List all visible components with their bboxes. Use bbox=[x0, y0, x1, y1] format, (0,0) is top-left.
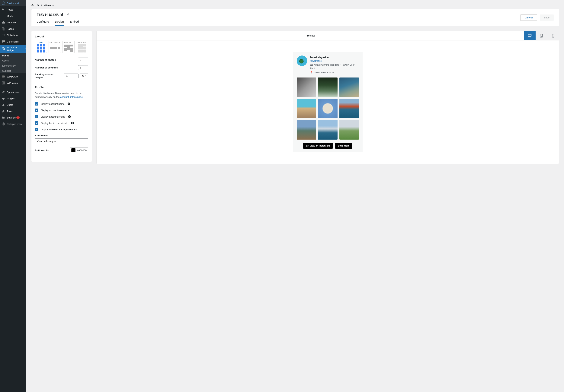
ig-avatar bbox=[297, 55, 307, 66]
instagram-icon bbox=[306, 145, 309, 147]
color-value: #000000 bbox=[77, 149, 87, 152]
svg-point-25 bbox=[3, 118, 4, 119]
sidebar-label: Collapse menu bbox=[7, 123, 23, 125]
num-photos-input[interactable] bbox=[78, 57, 88, 62]
divider bbox=[35, 158, 88, 158]
help-icon[interactable]: ? bbox=[68, 103, 70, 105]
ig-photo[interactable] bbox=[339, 120, 359, 139]
collapse-icon bbox=[1, 122, 5, 126]
sidebar-item-wpzoom[interactable]: WPZWPZOOM bbox=[0, 73, 26, 80]
tab-configure[interactable]: Configure bbox=[37, 20, 49, 26]
layout-option-highlight[interactable]: HIGHLIGHT bbox=[76, 41, 88, 53]
brush-icon bbox=[1, 90, 5, 94]
checkbox[interactable] bbox=[35, 102, 38, 106]
ig-photo[interactable] bbox=[297, 99, 316, 118]
device-tab-desktop[interactable] bbox=[524, 31, 536, 40]
sidebar-sub-license[interactable]: License Key bbox=[0, 63, 26, 68]
check-label: Display account name bbox=[41, 103, 65, 105]
sidebar-item-wpforms[interactable]: WPForms bbox=[0, 80, 26, 86]
profile-heading: Profile bbox=[35, 86, 88, 89]
padding-unit-select[interactable]: px bbox=[80, 74, 88, 78]
num-photos-label: Number of photos bbox=[35, 58, 77, 61]
check-label: Display bio in user details bbox=[41, 122, 68, 124]
sidebar-item-slideshow[interactable]: Slideshow bbox=[0, 32, 26, 38]
layout-option-label: MASONRY bbox=[63, 41, 74, 44]
sidebar-item-collapse[interactable]: Collapse menu bbox=[0, 121, 26, 127]
preview-panel: Preview Travel Magazine @wpztravel ⌨ Awa… bbox=[96, 31, 559, 164]
feed-title: Travel account bbox=[37, 12, 63, 16]
checkbox[interactable] bbox=[35, 115, 38, 118]
instagram-icon bbox=[1, 47, 5, 51]
sidebar-item-pages[interactable]: Pages bbox=[0, 26, 26, 32]
load-more-button[interactable]: Load More bbox=[335, 143, 352, 149]
layout-options: GRID FULL-WIDTH MASONRY HIGHLIGHT bbox=[35, 41, 88, 53]
sidebar-sub-feeds[interactable]: Feeds bbox=[0, 53, 26, 58]
sidebar-sub-users[interactable]: Users bbox=[0, 58, 26, 63]
sidebar-item-instagram-widget[interactable]: Instagram Widget bbox=[0, 45, 26, 53]
main-content: Go to all feeds Travel account Configure… bbox=[26, 0, 564, 169]
ig-photo[interactable] bbox=[318, 78, 337, 97]
sidebar-label: Users bbox=[7, 103, 13, 106]
sidebar-submenu: Feeds Users License Key Support bbox=[0, 53, 26, 73]
help-icon[interactable]: ? bbox=[71, 122, 74, 124]
sidebar-item-users[interactable]: Users bbox=[0, 102, 26, 108]
sidebar-label: Comments bbox=[7, 40, 19, 43]
cancel-button[interactable]: Cancel bbox=[520, 14, 537, 21]
ig-profile-handle[interactable]: @wpztravel bbox=[310, 60, 322, 62]
account-details-link[interactable]: account details page bbox=[60, 95, 83, 98]
sidebar-label: Posts bbox=[7, 8, 13, 11]
check-display-username: Display account username bbox=[35, 108, 88, 112]
help-icon[interactable]: ? bbox=[68, 115, 71, 118]
checkbox[interactable] bbox=[35, 121, 38, 125]
sidebar-label: Dashboard bbox=[7, 2, 19, 5]
sidebar-label: Portfolio bbox=[7, 21, 16, 24]
tab-embed[interactable]: Embed bbox=[70, 20, 79, 26]
settings-badge: 1 bbox=[16, 116, 20, 119]
edit-icon[interactable] bbox=[67, 13, 70, 16]
device-tab-mobile[interactable] bbox=[547, 31, 559, 40]
svg-point-19 bbox=[3, 104, 4, 105]
back-link[interactable]: Go to all feeds bbox=[26, 0, 564, 9]
layout-option-fullwidth[interactable]: FULL-WIDTH bbox=[49, 41, 61, 53]
instagram-widget: Travel Magazine @wpztravel ⌨ Award-winni… bbox=[293, 52, 363, 152]
view-on-instagram-button[interactable]: View on Instagram bbox=[303, 143, 333, 149]
slideshow-icon bbox=[1, 33, 5, 37]
ig-grid bbox=[297, 78, 359, 140]
svg-rect-1 bbox=[2, 15, 4, 17]
ig-photo[interactable] bbox=[339, 78, 359, 97]
sidebar-item-comments[interactable]: Comments bbox=[0, 38, 26, 45]
sidebar-item-posts[interactable]: Posts bbox=[0, 6, 26, 13]
ig-photo[interactable] bbox=[318, 120, 337, 139]
device-tab-tablet[interactable] bbox=[536, 31, 547, 40]
ig-profile: Travel Magazine @wpztravel ⌨ Award-winni… bbox=[297, 55, 359, 74]
sidebar-item-portfolio[interactable]: Portfolio bbox=[0, 19, 26, 26]
svg-rect-6 bbox=[3, 28, 4, 30]
sidebar-item-media[interactable]: Media bbox=[0, 13, 26, 19]
sidebar-item-plugins[interactable]: Plugins bbox=[0, 95, 26, 102]
svg-point-23 bbox=[2, 116, 3, 117]
sidebar-item-appearance[interactable]: Appearance bbox=[0, 89, 26, 95]
sidebar-sub-support[interactable]: Support bbox=[0, 68, 26, 73]
ig-photo[interactable] bbox=[297, 78, 316, 97]
ig-photo[interactable] bbox=[297, 120, 316, 139]
button-color-input[interactable]: #000000 bbox=[70, 147, 88, 153]
ig-photo[interactable] bbox=[318, 99, 337, 118]
tab-design[interactable]: Design bbox=[55, 20, 64, 26]
checkbox[interactable] bbox=[35, 108, 38, 112]
layout-option-masonry[interactable]: MASONRY bbox=[62, 41, 74, 53]
dashboard-icon bbox=[1, 1, 5, 5]
button-text-input[interactable] bbox=[35, 138, 88, 144]
settings-icon bbox=[1, 116, 5, 120]
sidebar-item-settings[interactable]: Settings1 bbox=[0, 114, 26, 121]
svg-rect-3 bbox=[2, 22, 5, 24]
sidebar-item-tools[interactable]: Tools bbox=[0, 108, 26, 114]
layout-option-grid[interactable]: GRID bbox=[35, 41, 47, 53]
svg-point-24 bbox=[4, 117, 4, 118]
sidebar-item-dashboard[interactable]: Dashboard bbox=[0, 0, 26, 6]
svg-rect-8 bbox=[2, 35, 2, 36]
num-cols-input[interactable] bbox=[78, 65, 88, 70]
padding-input[interactable] bbox=[64, 74, 79, 78]
save-button[interactable]: Save bbox=[540, 14, 554, 21]
ig-photo[interactable] bbox=[339, 99, 359, 118]
checkbox[interactable] bbox=[35, 128, 38, 131]
